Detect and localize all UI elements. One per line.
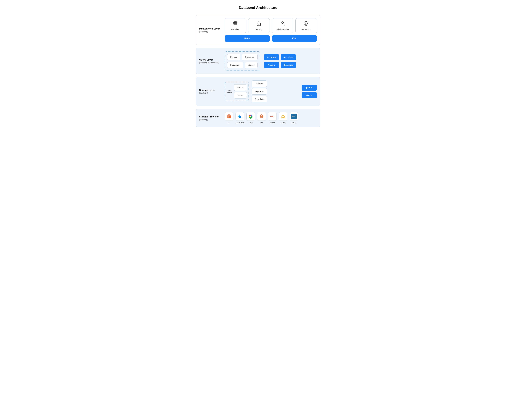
- gcs-icon-box: [246, 112, 255, 121]
- provision-hdfs: HDFS: [279, 112, 287, 124]
- blue-row-1: Vectorized Serverless: [264, 54, 296, 60]
- svg-rect-1: [233, 23, 237, 24]
- pipeline-tile: Pipeline: [264, 62, 279, 68]
- query-row-1: Planner Optimizers: [227, 54, 258, 60]
- transaction-icon: $: [304, 21, 309, 27]
- svg-text:$: $: [305, 22, 306, 24]
- query-layer-label: Query Layer (elasticity & serverless): [199, 59, 221, 64]
- query-layer: Query Layer (elasticity & serverless) Pl…: [196, 48, 320, 74]
- cache-box: Cache: [245, 62, 258, 68]
- kvs-button: KVs: [272, 35, 317, 42]
- provision-gcs: GCS: [246, 112, 255, 124]
- gcs-label: GCS: [249, 122, 253, 124]
- processors-box: Processors: [227, 62, 243, 68]
- rafts-button: Rafts: [225, 35, 270, 42]
- meta-cards-row: Metadata Security: [225, 18, 317, 33]
- azure-icon-box: [236, 112, 244, 121]
- diagram-wrapper: Databend Architecture MetaService Layer …: [196, 6, 320, 130]
- meta-layer-label: MetaService Layer (elasticity): [199, 27, 221, 33]
- query-layer-sub: (elasticity & serverless): [199, 61, 221, 64]
- provision-layer-sub: (elasticity): [199, 119, 221, 121]
- storage-layer-sub: (elasticity): [199, 92, 221, 94]
- provision-minio: MinIO MinIO: [268, 112, 277, 124]
- r2-label: R2: [260, 122, 263, 124]
- indexes-box: Indexes: [251, 81, 267, 87]
- provision-layer-label: Storage Provision (elasticity): [199, 115, 221, 121]
- svg-text:R2: R2: [261, 116, 263, 117]
- azure-label: Azure Blob: [236, 122, 244, 124]
- svg-text:S3: S3: [228, 116, 229, 117]
- storage-right: OpenDAL Cache: [302, 85, 317, 98]
- security-label: Security: [255, 28, 263, 30]
- hdfs-label: HDFS: [281, 122, 286, 124]
- query-row-2: Processors Cache: [227, 62, 258, 68]
- provision-layer-name: Storage Provision: [199, 115, 221, 118]
- ipfs-label: IPFS: [292, 122, 296, 124]
- blue-row-2: Pipeline Streaming: [264, 62, 296, 68]
- storage-layer: Storage Layer (elasticity) DataFormat Pa…: [196, 77, 320, 106]
- ipfs-icon-box: IPFS: [290, 112, 298, 121]
- meta-card-security: Security: [248, 18, 270, 33]
- transaction-label: Transaction: [301, 28, 311, 30]
- svg-point-26: [282, 116, 283, 117]
- meta-service-layer: MetaService Layer (elasticity) Metadata: [196, 15, 320, 45]
- meta-layer-sub: (elasticity): [199, 30, 221, 33]
- administration-label: Administration: [276, 28, 289, 30]
- lock-icon: [257, 21, 261, 27]
- r2-icon-box: R2: [257, 112, 266, 121]
- serverless-tile: Serverless: [281, 54, 296, 60]
- provision-r2: R2 R2: [257, 112, 266, 124]
- hdfs-icon-box: [279, 112, 287, 121]
- segments-box: Segments: [251, 88, 267, 95]
- svg-point-18: [250, 116, 251, 117]
- query-blue-grid: Vectorized Serverless Pipeline Streaming: [264, 54, 296, 68]
- meta-card-transaction: $ Transaction: [295, 18, 317, 33]
- minio-label: MinIO: [270, 122, 275, 124]
- data-format-label: DataFormat: [227, 89, 232, 93]
- meta-card-administration: Administration: [272, 18, 293, 33]
- provision-icons: S3 S3 Azure Blob: [225, 112, 317, 124]
- storage-middle: Indexes Segments Snapshots: [251, 81, 267, 102]
- svg-point-27: [283, 116, 284, 117]
- storage-inner: DataFormat Parquet Native Indexes Segmen…: [225, 81, 317, 102]
- provision-s3: S3 S3: [225, 112, 233, 124]
- storage-layer-label: Storage Layer (elasticity): [199, 89, 221, 94]
- vectorized-tile: Vectorized: [264, 54, 279, 60]
- provision-azure: Azure Blob: [236, 112, 244, 124]
- meta-inner: Metadata Security: [225, 18, 317, 42]
- streaming-tile: Streaming: [281, 62, 296, 68]
- storage-layer-name: Storage Layer: [199, 89, 221, 91]
- admin-icon: [280, 21, 285, 27]
- main-title: Databend Architecture: [196, 6, 320, 10]
- provision-ipfs: IPFS IPFS: [290, 112, 298, 124]
- svg-text:IPFS: IPFS: [292, 116, 295, 117]
- meta-rafts-row: Rafts KVs: [225, 35, 317, 42]
- meta-card-metadata: Metadata: [225, 18, 246, 33]
- snapshots-box: Snapshots: [251, 96, 267, 102]
- optimizers-box: Optimizers: [242, 54, 258, 60]
- query-dashed-box: Planner Optimizers Processors Cache: [225, 51, 260, 71]
- storage-provision-layer: Storage Provision (elasticity) S3 S3: [196, 109, 320, 127]
- s3-icon-box: S3: [225, 112, 233, 121]
- storage-cache-tile: Cache: [302, 92, 317, 98]
- data-format-box: DataFormat Parquet Native: [225, 82, 249, 101]
- metadata-label: Metadata: [231, 28, 239, 30]
- parquet-box: Parquet: [234, 84, 247, 91]
- query-layer-name: Query Layer: [199, 59, 221, 61]
- s3-label: S3: [228, 122, 230, 124]
- planner-box: Planner: [227, 54, 240, 60]
- opendal-tile: OpenDAL: [302, 85, 317, 91]
- data-format-items: Parquet Native: [234, 84, 247, 98]
- svg-point-4: [259, 24, 259, 25]
- native-box: Native: [234, 92, 247, 98]
- database-icon: [233, 21, 238, 27]
- minio-icon-box: MinIO: [268, 112, 277, 121]
- meta-layer-name: MetaService Layer: [199, 27, 221, 30]
- query-layer-content: Planner Optimizers Processors Cache Vect…: [225, 51, 317, 71]
